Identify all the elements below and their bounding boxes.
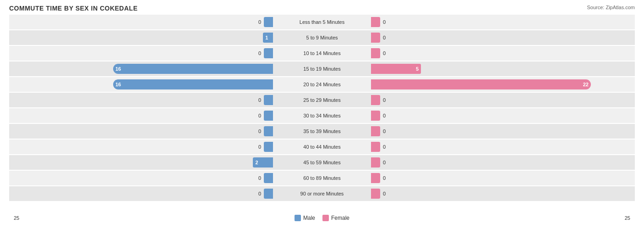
bar-female-wrapper: 0 xyxy=(371,140,635,154)
legend-male-label: Male xyxy=(303,215,315,221)
legend-male: Male xyxy=(295,215,315,221)
male-zero-value: 0 xyxy=(258,144,261,150)
row-label: 60 to 89 Minutes xyxy=(275,175,369,181)
bar-male-wrapper: 16 xyxy=(9,77,273,92)
bar-male xyxy=(264,189,273,199)
bar-female-section: 0 xyxy=(369,108,635,123)
female-zero-value: 0 xyxy=(383,19,386,25)
bar-male: 1 xyxy=(263,33,273,43)
row-label: 45 to 59 Minutes xyxy=(275,160,369,165)
male-zero-value: 0 xyxy=(258,97,261,103)
row-label: 5 to 9 Minutes xyxy=(275,35,369,40)
bar-male xyxy=(264,95,273,105)
bar-female-section: 0 xyxy=(369,15,635,29)
legend-female-label: Female xyxy=(331,215,349,221)
bar-female-section: 0 xyxy=(369,140,635,154)
bar-female-section: 5 xyxy=(369,61,635,76)
female-zero-value: 0 xyxy=(383,175,386,181)
bar-female-section: 22 xyxy=(369,77,635,92)
male-value-label: 16 xyxy=(113,82,123,87)
bar-female-wrapper: 0 xyxy=(371,30,635,45)
bar-female xyxy=(371,17,380,27)
source-label: Source: ZipAtlas.com xyxy=(587,5,635,10)
bar-female-wrapper: 0 xyxy=(371,93,635,107)
female-zero-value: 0 xyxy=(383,191,386,196)
chart-row: 245 to 59 Minutes0 xyxy=(9,155,635,170)
bar-male-section: 0 xyxy=(9,93,275,107)
bar-male xyxy=(264,126,273,136)
chart-row: 15 to 9 Minutes0 xyxy=(9,30,635,45)
bar-male-section: 16 xyxy=(9,77,275,92)
bar-male-section: 0 xyxy=(9,171,275,185)
chart-area: 0Less than 5 Minutes015 to 9 Minutes0010… xyxy=(9,15,635,212)
bar-male xyxy=(264,17,273,27)
bar-female xyxy=(371,111,380,121)
bar-female xyxy=(371,157,380,167)
female-value-label: 22 xyxy=(581,82,591,87)
chart-row: 035 to 39 Minutes0 xyxy=(9,124,635,139)
bar-male-section: 2 xyxy=(9,155,275,170)
bar-female xyxy=(371,33,380,43)
chart-row: 1620 to 24 Minutes22 xyxy=(9,77,635,92)
legend-male-box xyxy=(295,215,301,221)
bar-female-section: 0 xyxy=(369,30,635,45)
bar-male-section: 0 xyxy=(9,46,275,61)
female-value-label: 5 xyxy=(414,66,421,72)
chart-row: 0Less than 5 Minutes0 xyxy=(9,15,635,29)
legend-female-box xyxy=(322,215,329,221)
bar-female-section: 0 xyxy=(369,171,635,185)
bar-female-wrapper: 0 xyxy=(371,171,635,185)
chart-row: 040 to 44 Minutes0 xyxy=(9,140,635,154)
male-zero-value: 0 xyxy=(258,128,261,134)
bar-female-wrapper: 0 xyxy=(371,108,635,123)
bar-male-wrapper: 0 xyxy=(9,15,273,29)
footer-right-value: 25 xyxy=(625,215,630,221)
bar-female xyxy=(371,95,380,105)
chart-row: 010 to 14 Minutes0 xyxy=(9,46,635,61)
bar-female xyxy=(371,189,380,199)
male-value-label: 16 xyxy=(113,66,123,72)
row-label: 90 or more Minutes xyxy=(275,191,369,196)
bar-male-wrapper: 0 xyxy=(9,124,273,139)
bar-female: 22 xyxy=(371,79,591,89)
female-zero-value: 0 xyxy=(383,113,386,118)
bar-male-section: 0 xyxy=(9,186,275,201)
bar-female-wrapper: 0 xyxy=(371,46,635,61)
bar-male: 16 xyxy=(113,79,273,89)
row-label: 15 to 19 Minutes xyxy=(275,66,369,72)
chart-row: 1615 to 19 Minutes5 xyxy=(9,61,635,76)
bar-female-wrapper: 0 xyxy=(371,186,635,201)
bar-male-wrapper: 0 xyxy=(9,171,273,185)
bar-male xyxy=(264,173,273,183)
bar-male-wrapper: 1 xyxy=(9,30,273,45)
female-zero-value: 0 xyxy=(383,35,386,40)
bar-female-wrapper: 0 xyxy=(371,15,635,29)
female-zero-value: 0 xyxy=(383,97,386,103)
bar-female-section: 0 xyxy=(369,155,635,170)
male-zero-value: 0 xyxy=(258,113,261,118)
female-zero-value: 0 xyxy=(383,160,386,165)
chart-container: COMMUTE TIME BY SEX IN COKEDALE Source: … xyxy=(0,0,644,240)
bar-female: 5 xyxy=(371,64,421,74)
bar-female-wrapper: 5 xyxy=(371,61,635,76)
chart-row: 090 or more Minutes0 xyxy=(9,186,635,201)
bar-male-wrapper: 0 xyxy=(9,140,273,154)
bar-male-wrapper: 2 xyxy=(9,155,273,170)
bar-male-wrapper: 16 xyxy=(9,61,273,76)
bar-male-section: 0 xyxy=(9,140,275,154)
bar-male-section: 0 xyxy=(9,108,275,123)
chart-legend: Male Female xyxy=(295,215,349,221)
male-zero-value: 0 xyxy=(258,50,261,56)
footer-left-value: 25 xyxy=(14,215,19,221)
bar-female-section: 0 xyxy=(369,186,635,201)
chart-footer: 25 Male Female 25 xyxy=(9,215,635,221)
bar-male: 2 xyxy=(253,157,273,167)
chart-row: 025 to 29 Minutes0 xyxy=(9,93,635,107)
chart-title: COMMUTE TIME BY SEX IN COKEDALE xyxy=(9,5,635,12)
bar-female-wrapper: 0 xyxy=(371,124,635,139)
row-label: 35 to 39 Minutes xyxy=(275,128,369,134)
bar-female xyxy=(371,126,380,136)
row-label: 30 to 34 Minutes xyxy=(275,113,369,118)
bar-male-section: 1 xyxy=(9,30,275,45)
bar-female xyxy=(371,142,380,152)
